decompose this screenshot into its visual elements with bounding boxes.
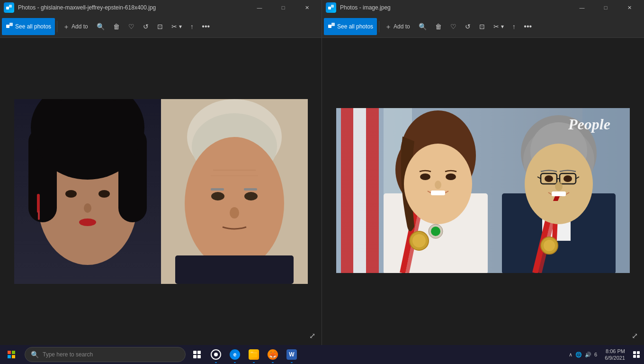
svg-point-53 <box>431 227 440 236</box>
photo-window-left: Photos - ghislaine-maxwell-jeffrey-epste… <box>0 0 322 345</box>
toolbar-sep-1-left <box>57 21 57 32</box>
system-tray: ∧ 🌐 🔊 6 <box>565 352 601 358</box>
start-button[interactable] <box>0 345 23 364</box>
crop-button-right[interactable]: ⊡ <box>475 18 489 35</box>
toolbar-left: See all photos ＋ Add to 🔍 🗑 ♡ ↺ ⊡ <box>0 15 322 38</box>
app-icon-left <box>4 2 14 13</box>
cortana-button[interactable] <box>206 345 225 364</box>
svg-point-48 <box>420 173 430 180</box>
task-view-button[interactable] <box>188 345 206 364</box>
share-icon-left: ↑ <box>190 23 194 30</box>
notification-center-button[interactable] <box>629 345 644 364</box>
firefox-icon: 🦊 <box>268 349 278 360</box>
firefox-taskbar-icon[interactable]: 🦊 <box>263 345 282 364</box>
edit-button-left[interactable]: ✂ ▾ <box>168 18 186 35</box>
add-to-button-right[interactable]: ＋ Add to <box>381 18 414 35</box>
add-to-button-left[interactable]: ＋ Add to <box>59 18 92 35</box>
favorite-button-right[interactable]: ♡ <box>447 18 460 35</box>
word-icon: W <box>286 349 297 360</box>
taskbar-search-bar[interactable]: 🔍 Type here to search <box>25 347 186 362</box>
svg-rect-81 <box>633 351 636 354</box>
svg-rect-83 <box>633 355 636 358</box>
chevron-up-icon[interactable]: ∧ <box>569 352 572 358</box>
expand-icon-left[interactable]: ⤢ <box>306 330 318 341</box>
photos-icon-right <box>328 22 335 31</box>
svg-point-29 <box>230 207 239 218</box>
share-button-right[interactable]: ↑ <box>509 18 519 35</box>
zoom-in-button-left[interactable]: 🔍 <box>93 18 108 35</box>
svg-rect-30 <box>175 255 294 284</box>
svg-rect-28 <box>244 188 257 191</box>
rotate-icon-left: ↺ <box>143 23 149 30</box>
notification-icon <box>633 351 640 358</box>
toolbar-sep-1-right <box>379 21 379 32</box>
svg-rect-17 <box>14 99 161 284</box>
explorer-icon <box>249 349 259 360</box>
zoom-in-button-right[interactable]: 🔍 <box>415 18 430 35</box>
maximize-button-left[interactable]: □ <box>272 0 294 15</box>
watermark-text: People <box>568 116 610 133</box>
svg-point-73 <box>555 182 563 191</box>
edge-taskbar-icon[interactable]: e <box>225 345 244 364</box>
expand-icon-right[interactable]: ⤢ <box>629 330 640 341</box>
svg-rect-37 <box>341 108 379 273</box>
zoom-icon-left: 🔍 <box>97 23 105 30</box>
minimize-button-left[interactable]: — <box>249 0 270 15</box>
word-taskbar-icon[interactable]: W <box>282 345 301 364</box>
svg-rect-78 <box>197 355 201 358</box>
title-bar-right-section: Photos - image.jpeg <box>326 2 391 13</box>
heart-icon-left: ♡ <box>128 23 134 30</box>
delete-button-right[interactable]: 🗑 <box>431 18 446 35</box>
add-to-label-left: Add to <box>72 23 88 30</box>
folder-icon <box>250 351 258 358</box>
volume-icon[interactable]: 🔊 <box>585 352 591 358</box>
svg-rect-2 <box>6 25 9 28</box>
title-bar-right: Photos - image.jpeg — □ ✕ <box>322 0 644 15</box>
share-button-left[interactable]: ↑ <box>187 18 197 35</box>
see-all-photos-button-right[interactable]: See all photos <box>324 18 377 35</box>
close-button-left[interactable]: ✕ <box>296 0 318 15</box>
explorer-taskbar-icon[interactable] <box>244 345 263 364</box>
favorite-button-left[interactable]: ♡ <box>125 18 138 35</box>
taskbar: 🔍 Type here to search e 🦊 W <box>0 345 644 364</box>
svg-rect-72 <box>552 191 566 196</box>
svg-rect-84 <box>637 355 640 358</box>
edit-button-right[interactable]: ✂ ▾ <box>490 18 508 35</box>
maximize-button-right[interactable]: □ <box>595 0 617 15</box>
photo-image-right: People <box>336 108 630 273</box>
svg-point-25 <box>211 192 224 200</box>
see-all-photos-button-left[interactable]: See all photos <box>2 18 55 35</box>
windows-icon <box>8 351 15 358</box>
rotate-button-right[interactable]: ↺ <box>461 18 474 35</box>
svg-point-49 <box>446 173 456 180</box>
svg-rect-31 <box>328 7 331 9</box>
minimize-button-right[interactable]: — <box>571 0 593 15</box>
svg-rect-27 <box>211 188 224 191</box>
heart-icon-right: ♡ <box>450 23 456 30</box>
rotate-button-left[interactable]: ↺ <box>139 18 152 35</box>
more-button-left[interactable]: ••• <box>198 18 214 35</box>
crop-icon-left: ⊡ <box>157 23 163 30</box>
see-all-photos-label-left: See all photos <box>15 23 51 30</box>
network-icon[interactable]: 🌐 <box>575 352 582 358</box>
window-title-left: Photos - ghislaine-maxwell-jeffrey-epste… <box>18 4 156 11</box>
svg-rect-76 <box>197 351 201 354</box>
svg-point-51 <box>435 181 441 189</box>
crop-button-left[interactable]: ⊡ <box>153 18 167 35</box>
close-button-right[interactable]: ✕ <box>618 0 640 15</box>
title-bar-left: Photos - ghislaine-maxwell-jeffrey-epste… <box>0 0 322 15</box>
edit-icon-right: ✂ <box>493 23 499 30</box>
search-icon: 🔍 <box>31 351 39 358</box>
svg-rect-50 <box>431 191 445 195</box>
toolbar-right: See all photos ＋ Add to 🔍 🗑 ♡ ↺ ⊡ <box>322 15 644 38</box>
plus-icon-right: ＋ <box>385 23 392 30</box>
battery-icon[interactable]: 6 <box>594 352 597 357</box>
content-area-left: ⤢ <box>0 38 322 345</box>
photos-icon-left <box>6 22 13 31</box>
more-button-right[interactable]: ••• <box>520 18 536 35</box>
content-area-right: People ⤢ <box>322 38 644 345</box>
delete-button-left[interactable]: 🗑 <box>109 18 124 35</box>
edit-icon-left: ✂ <box>171 23 177 30</box>
svg-point-60 <box>544 240 555 251</box>
system-clock[interactable]: 8:06 PM 6/9/2021 <box>601 348 629 362</box>
